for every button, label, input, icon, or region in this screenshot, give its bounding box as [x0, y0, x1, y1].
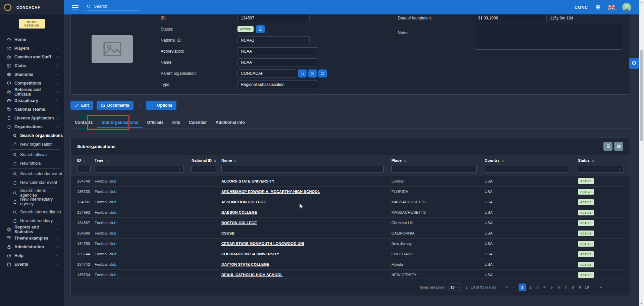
table-row[interactable]: 134837 Football club BOSTON COLLEGE Ches…	[77, 217, 623, 228]
status-history-button[interactable]	[256, 25, 265, 33]
column-settings-button[interactable]	[614, 142, 623, 151]
type-select[interactable]: Regional subassociation	[237, 80, 318, 89]
edit-button[interactable]: Edit	[70, 101, 93, 110]
page-button-6[interactable]: 6	[555, 285, 562, 289]
column-header-national-id[interactable]: National ID↑↓	[192, 156, 221, 164]
tab-calendar[interactable]: Calendar	[184, 117, 211, 128]
sidebar-item-search-officials[interactable]: Search officials	[0, 150, 64, 159]
sidebar-item-new-organisation[interactable]: New organisation	[0, 140, 64, 149]
filter-status-select[interactable]	[578, 165, 624, 173]
options-button[interactable]: Options	[146, 101, 176, 110]
more-actions-icon[interactable]: ⋮	[137, 103, 143, 108]
sidebar-item-theme-examples[interactable]: Theme examples	[0, 234, 64, 243]
menu-toggle-button[interactable]	[72, 4, 78, 11]
filter-id-input[interactable]	[77, 165, 91, 173]
tab-contacts[interactable]: Contacts	[70, 117, 97, 128]
filter-country-input[interactable]	[485, 165, 570, 173]
filter-type-select[interactable]	[95, 165, 184, 173]
scrollbar-thumb[interactable]	[640, 50, 643, 141]
page-button-9[interactable]: 9	[576, 285, 583, 289]
sidebar-item-national-teams[interactable]: National Teams	[0, 105, 64, 114]
sidebar-item-clubs[interactable]: Clubs	[0, 61, 64, 70]
parent-open-button[interactable]	[318, 69, 327, 78]
language-flag-icon[interactable]	[608, 5, 615, 10]
sidebar-item-reports-and-statistics[interactable]: Reports and Statistics	[0, 225, 64, 234]
sidebar-item-help[interactable]: Help	[0, 251, 64, 260]
sidebar-item-stadiums[interactable]: Stadiums	[0, 70, 64, 79]
page-button-5[interactable]: 5	[548, 285, 555, 289]
org-link[interactable]: DEAUL CATHOLIC HIGH SCHOOL	[221, 273, 283, 277]
column-header-place[interactable]: Place↑↓	[391, 156, 485, 164]
page-button-1[interactable]: 1	[519, 284, 526, 291]
org-link[interactable]: DAYTON STATE COLLEGE	[221, 262, 269, 266]
org-link[interactable]: ARCHBISHOP EDWADR A. MCCARTHY HIGH SCHOO…	[221, 190, 320, 194]
sidebar-item-coaches-and-staff[interactable]: Coaches and Staff	[0, 53, 64, 61]
items-per-page-select[interactable]: 10	[448, 284, 461, 291]
org-link[interactable]: BABSON COLLEGE	[221, 210, 257, 214]
sidebar-item-licence-application[interactable]: Licence Application	[0, 114, 64, 122]
tab-sub-organisations[interactable]: Sub-organisations	[97, 117, 143, 128]
table-row[interactable]: 134780 Football club CEDAR STARS MONMOUT…	[77, 238, 623, 249]
scroll-down-arrow[interactable]: ▼	[639, 301, 644, 306]
table-row[interactable]: 134740 Football club ALCORN STATE UNIVER…	[77, 176, 623, 186]
tab-officials[interactable]: Officials	[143, 117, 168, 128]
org-link[interactable]: ASSUMPTION COLLEGE	[221, 200, 266, 204]
documents-button[interactable]: Documents	[97, 101, 133, 110]
sidebar-item-new-intermediary-agency[interactable]: New intermediary agency	[0, 197, 64, 206]
sidebar-item-new-calendar-event[interactable]: New calendar event	[0, 178, 64, 187]
filter-place-input[interactable]	[391, 165, 477, 173]
parent-search-button[interactable]	[298, 69, 307, 78]
parent-organisation-field[interactable]	[237, 69, 296, 78]
search-input[interactable]	[94, 4, 134, 9]
next-page-button[interactable]: ›	[590, 285, 597, 290]
export-excel-button[interactable]	[603, 142, 612, 151]
page-button-7[interactable]: 7	[562, 285, 569, 289]
sidebar-item-organisations[interactable]: Organisations	[0, 122, 64, 131]
page-button-3[interactable]: 3	[534, 285, 541, 289]
table-row[interactable]: 134993 Football club BABSON COLLEGE MASS…	[77, 207, 623, 217]
org-link[interactable]: BOSTON COLLEGE	[221, 221, 257, 225]
org-link[interactable]: CSUSB	[221, 231, 235, 235]
page-button-4[interactable]: 4	[541, 285, 548, 289]
sidebar-item-search-interm-agencies[interactable]: Search interm. agencies	[0, 189, 64, 197]
last-page-button[interactable]: »	[597, 285, 604, 290]
id-field[interactable]	[237, 14, 310, 22]
sidebar-item-search-organisations[interactable]: Search organisations	[0, 131, 64, 140]
column-header-status[interactable]: Status↑↓	[578, 156, 623, 164]
sidebar-item-events[interactable]: Events	[0, 260, 64, 269]
page-scrollbar[interactable]: ▲ ▼	[639, 0, 644, 306]
sidebar-item-home[interactable]: Home	[0, 35, 64, 44]
page-button-8[interactable]: 8	[569, 285, 576, 289]
table-row[interactable]: 134992 Football club ASSUMPTION COLLEGE …	[77, 197, 623, 207]
sidebar-item-competitions[interactable]: Competitions	[0, 79, 64, 88]
foundation-date-field[interactable]	[475, 14, 547, 22]
column-header-id[interactable]: ID↑↓	[77, 156, 95, 164]
filter-national-id-input[interactable]	[192, 165, 216, 173]
sidebar-item-search-intermediaries[interactable]: Search intermediaries	[0, 208, 64, 216]
sidebar-item-players[interactable]: Players	[0, 44, 64, 53]
parent-clear-button[interactable]	[308, 69, 317, 78]
page-button-2[interactable]: 2	[527, 285, 534, 289]
theme-settings-button[interactable]: ⚙	[629, 58, 639, 69]
org-link[interactable]: COLORADO MESA UNIVERSITY	[221, 252, 279, 256]
sidebar-item-administration[interactable]: Administration	[0, 243, 64, 251]
column-header-type[interactable]: Type↑↓	[95, 156, 192, 164]
user-avatar[interactable]	[622, 3, 631, 12]
national-id-field[interactable]	[237, 36, 310, 44]
sidebar-item-search-calendar-event[interactable]: Search calendar event	[0, 169, 64, 178]
filter-name-input[interactable]	[221, 165, 384, 173]
table-row[interactable]: 135730 Football club ARCHBISHOP EDWADR A…	[77, 186, 623, 197]
column-header-country[interactable]: Country↑↓	[485, 156, 578, 164]
prev-page-button[interactable]: ‹	[511, 285, 518, 290]
scroll-up-arrow[interactable]: ▲	[639, 0, 644, 5]
table-row[interactable]: 135744 Football club COLORADO MESA UNIVE…	[77, 249, 623, 259]
column-header-name[interactable]: Name↑↓	[221, 156, 391, 164]
table-row[interactable]: 134742 Football club DAYTON STATE COLLEG…	[77, 259, 623, 269]
notes-field[interactable]	[475, 24, 622, 50]
apps-grid-icon[interactable]	[595, 4, 601, 10]
sidebar-item-new-intermediary[interactable]: New intermediary	[0, 216, 64, 225]
abbreviation-field[interactable]	[237, 47, 318, 55]
first-page-button[interactable]: «	[503, 285, 511, 290]
tab-additional-info[interactable]: Additional info	[211, 117, 249, 128]
sidebar-item-referees-and-officials[interactable]: Referees and Officials	[0, 88, 64, 96]
